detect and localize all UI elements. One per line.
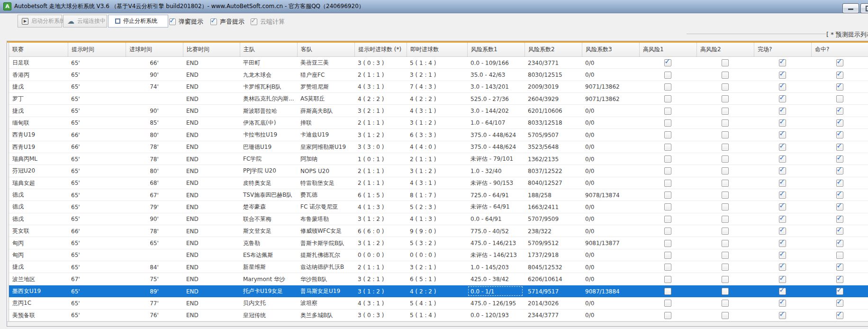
high-risk1-checkbox[interactable] [664,192,671,199]
toolbar-checkbox-1[interactable]: ✓弹窗提示 [169,18,203,26]
table-row[interactable]: 瑞典丙ML65'78'ENDFC学院阿加纳1 ( 0 : 1 )2 ( 1 : … [9,153,868,165]
column-header-live-goals[interactable]: 即时进球数 [407,43,467,56]
high-risk2-checkbox[interactable] [722,108,729,115]
column-header-hit[interactable]: 命中? [811,43,868,56]
column-header-goal-time[interactable]: 进球时间 [126,43,183,56]
table-row[interactable]: 德戊65'79'END楚岑豪森FC 诺尔曼尼亚4 ( 1 : 3 )5 ( 2 … [9,201,868,213]
high-risk1-checkbox[interactable] [664,276,671,283]
stop-analysis-button[interactable]: 停止分析系统 [108,15,168,27]
finished-checkbox[interactable]: ✓ [779,276,786,283]
toolbar-checkbox-2[interactable]: ✓声音提示 [210,18,244,26]
finished-checkbox[interactable]: ✓ [779,288,786,295]
hit-checkbox[interactable]: ✓ [836,312,843,319]
high-risk2-checkbox[interactable] [722,312,729,319]
hit-checkbox[interactable]: ✓ [836,192,843,199]
high-risk1-checkbox[interactable] [664,108,671,115]
table-row[interactable]: 德戊65'67'ENDTSV施泰因巴赫B队费瓦德6 ( 1 : 5 )8 ( 1… [9,189,868,201]
hit-checkbox[interactable]: ✓ [836,108,843,115]
table-row[interactable]: 捷戊65'84'END新星维斯兹达纳德萨扎沃B2 ( 1 : 1 )3 ( 2 … [9,261,868,273]
high-risk1-checkbox[interactable] [664,83,671,91]
high-risk1-checkbox[interactable] [664,240,671,247]
hit-checkbox[interactable]: ✓ [836,83,843,91]
table-row[interactable]: 瑞典女超65'68'END皮特奥女足特雷勒堡女足2 ( 1 : 1 )4 ( 3… [9,177,868,189]
hit-checkbox[interactable]: ✓ [836,240,843,247]
hit-checkbox[interactable]: ✓ [836,119,843,127]
table-row[interactable]: 香港丙65'90'END九龙木球会猎户座FC2 ( 1 : 1 )3 ( 2 :… [9,69,868,81]
finished-checkbox[interactable]: ✓ [779,216,786,223]
hit-checkbox[interactable]: ✓ [836,72,843,79]
table-row[interactable]: 西青U1966'80'END卡拉韦拉U19卡迪兹U193 ( 1 : 2 )6 … [9,129,868,141]
high-risk2-checkbox[interactable] [722,203,729,210]
table-row[interactable]: 意丙1C65'77'END贝内文托波坦察4 ( 3 : 1 )5 ( 4 : 1… [9,297,868,309]
table-row[interactable]: 德戊65'90'END联合不莱梅布鲁蒙塔勒3 ( 1 : 2 )4 ( 1 : … [9,213,868,225]
high-risk1-checkbox[interactable] [664,203,671,210]
finished-checkbox[interactable]: ✓ [779,59,786,66]
hit-checkbox[interactable]: ✓ [836,228,843,235]
finished-checkbox[interactable]: ✓ [779,72,786,79]
minimize-button[interactable] [842,3,859,13]
finished-checkbox[interactable]: ✓ [779,312,786,319]
column-header-finished[interactable]: 完场? [754,43,811,56]
column-header-high-risk2[interactable]: 高风险2 [696,43,754,56]
high-risk2-checkbox[interactable] [722,192,729,199]
high-risk1-checkbox[interactable] [664,155,671,163]
finished-checkbox[interactable]: ✓ [779,95,786,102]
column-header-match-time[interactable]: 比赛时间 [183,43,240,56]
finished-checkbox[interactable]: ✓ [779,252,786,259]
column-header-hint-time[interactable]: 提示时间 [68,43,126,56]
high-risk1-checkbox[interactable] [664,72,671,79]
table-row[interactable]: 波兰地区67'75'ENDMarymont 华沙华沙熊B队3 ( 2 : 1 )… [9,273,868,285]
column-header-away[interactable]: 客队 [297,43,354,56]
horizontal-scrollbar[interactable] [7,321,868,326]
table-row[interactable]: 英女联66'78'END斯文登女足修威顿WFC女足6 ( 6 : 0 )9 ( … [9,225,868,237]
hit-checkbox[interactable] [836,95,843,102]
finished-checkbox[interactable]: ✓ [779,180,786,187]
high-risk1-checkbox[interactable] [664,180,671,187]
high-risk1-checkbox[interactable] [664,264,671,271]
column-header-risk1[interactable]: 风险系数1 [467,43,524,56]
finished-checkbox[interactable]: ✓ [779,240,786,247]
table-row[interactable]: 西青U1966'78'END巴珊德U19皇家阿维勒斯U193 ( 3 : 0 )… [9,141,868,153]
column-header-home[interactable]: 主队 [240,43,297,56]
finished-checkbox[interactable]: ✓ [779,300,786,307]
checkbox-icon[interactable]: ✓ [210,18,217,25]
high-risk2-checkbox[interactable] [722,59,729,66]
table-row[interactable]: 日足联65'66'END平田町美蓓亚三美3 ( 0 : 3 )5 ( 1 : 4… [9,57,868,69]
high-risk1-checkbox[interactable] [664,288,671,295]
hit-checkbox[interactable]: ✓ [836,264,843,271]
column-header-high-risk1[interactable]: 高风险1 [639,43,696,56]
finished-checkbox[interactable]: ✓ [779,83,786,91]
finished-checkbox[interactable]: ✓ [779,203,786,210]
hit-checkbox[interactable] [836,252,843,259]
column-header-risk3[interactable]: 风险系数3 [582,43,639,56]
hit-checkbox[interactable]: ✓ [836,276,843,283]
table-row[interactable]: 捷戊65'74'END卡罗维瓦利B队罗赞坦尼斯4 ( 3 : 1 )7 ( 4 … [9,81,868,93]
high-risk1-checkbox[interactable] [664,228,671,235]
finished-checkbox[interactable]: ✓ [779,131,786,138]
high-risk1-checkbox[interactable] [664,131,671,138]
finished-checkbox[interactable]: ✓ [779,108,786,115]
finished-checkbox[interactable]: ✓ [779,264,786,271]
high-risk2-checkbox[interactable] [722,180,729,187]
high-risk1-checkbox[interactable] [664,167,671,174]
high-risk2-checkbox[interactable] [722,131,729,138]
high-risk1-checkbox[interactable] [664,216,671,223]
column-header-hint-goals[interactable]: 提示时进球数 (*) [354,43,407,56]
high-risk2-checkbox[interactable] [722,264,729,271]
high-risk2-checkbox[interactable] [722,276,729,283]
hit-checkbox[interactable]: ✓ [836,180,843,187]
hit-checkbox[interactable]: ✓ [836,288,843,295]
high-risk2-checkbox[interactable] [722,252,729,259]
hit-checkbox[interactable]: ✓ [836,300,843,307]
table-row[interactable]: 匈丙65'ENDES布达佩斯提斯扎佛德瓦尔0 ( 0 : 0 )0 ( 0 : … [9,249,868,261]
finished-checkbox[interactable]: ✓ [779,155,786,163]
high-risk1-checkbox[interactable] [664,312,671,319]
high-risk2-checkbox[interactable] [722,119,729,127]
finished-checkbox[interactable]: ✓ [779,228,786,235]
table-row[interactable]: 匈丙65'65'END克鲁勒普斯卡斯学院B队3 ( 1 : 2 )5 ( 3 :… [9,237,868,249]
hit-checkbox[interactable]: ✓ [836,131,843,138]
checkbox-icon[interactable]: ✓ [169,18,176,25]
high-risk2-checkbox[interactable] [722,300,729,307]
hit-checkbox[interactable]: ✓ [836,167,843,174]
maximize-button[interactable] [860,3,868,13]
